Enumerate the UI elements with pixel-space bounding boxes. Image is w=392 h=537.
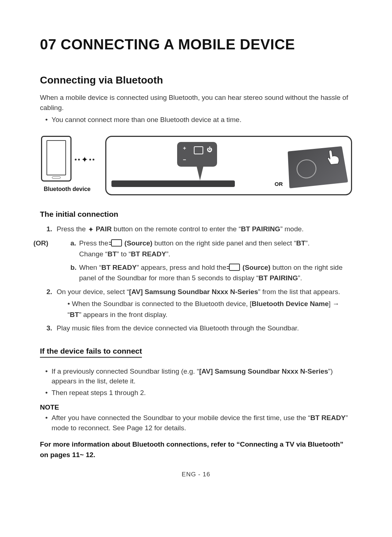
soundbar-diagram-box: + − ⏻ OR — [105, 136, 352, 195]
fails-bullet-1: If a previously connected Soundbar listi… — [52, 366, 352, 386]
note-heading: NOTE — [40, 403, 352, 411]
intro-bullet: You cannot connect more than one Bluetoo… — [52, 115, 352, 125]
step-2: 2. On your device, select “[AV] Samsung … — [46, 286, 352, 320]
or-label: OR — [275, 181, 283, 187]
section-title: Connecting via Bluetooth — [40, 74, 352, 86]
source-button-icon — [194, 146, 203, 154]
bluetooth-icon: ✦ — [88, 225, 94, 233]
phone-icon — [41, 136, 72, 182]
step-1: 1. Press the ✦ PAIR button on the remote… — [46, 224, 352, 235]
more-info-line: For more information about Bluetooth con… — [40, 439, 352, 460]
remote-control-icon: + − ⏻ — [177, 142, 217, 167]
page-footer: ENG - 16 — [40, 471, 352, 478]
bluetooth-device-label: Bluetooth device — [40, 186, 94, 192]
connection-diagram: ✦ Bluetooth device + − ⏻ OR — [40, 136, 352, 195]
bluetooth-signal-icon: ✦ — [75, 155, 94, 164]
source-icon — [229, 264, 240, 271]
intro-paragraph: When a mobile device is connected using … — [40, 93, 352, 113]
source-icon — [111, 239, 122, 247]
soundbar-icon — [111, 180, 235, 187]
side-panel-icon — [288, 146, 348, 188]
step-2-sub: When the Soundbar is connected to the Bl… — [68, 298, 352, 320]
initial-connection-heading: The initial connection — [40, 210, 352, 219]
note-bullet: After you have connected the Soundbar to… — [52, 413, 352, 433]
step-3: 3. Play music files from the device conn… — [46, 323, 352, 333]
chapter-title: 07 CONNECTING A MOBILE DEVICE — [40, 36, 352, 53]
hand-press-icon — [320, 147, 343, 166]
step-or-a: (OR) a. Press the (Source) button on the… — [54, 238, 352, 284]
fails-heading: If the device fails to connect — [40, 347, 142, 358]
fails-bullet-2: Then repeat steps 1 through 2. — [52, 388, 352, 398]
power-icon: ⏻ — [207, 146, 212, 152]
or-label-inline: (OR) — [33, 238, 48, 248]
